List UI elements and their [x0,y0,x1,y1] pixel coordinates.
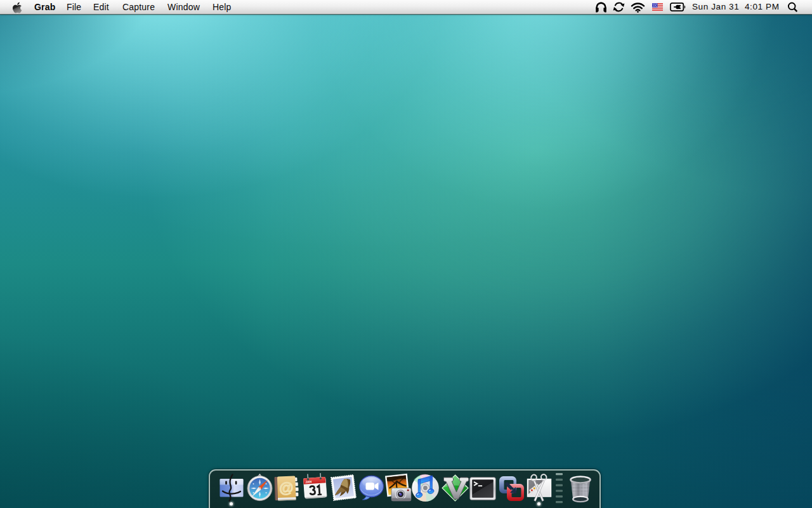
svg-text:@: @ [278,479,294,497]
